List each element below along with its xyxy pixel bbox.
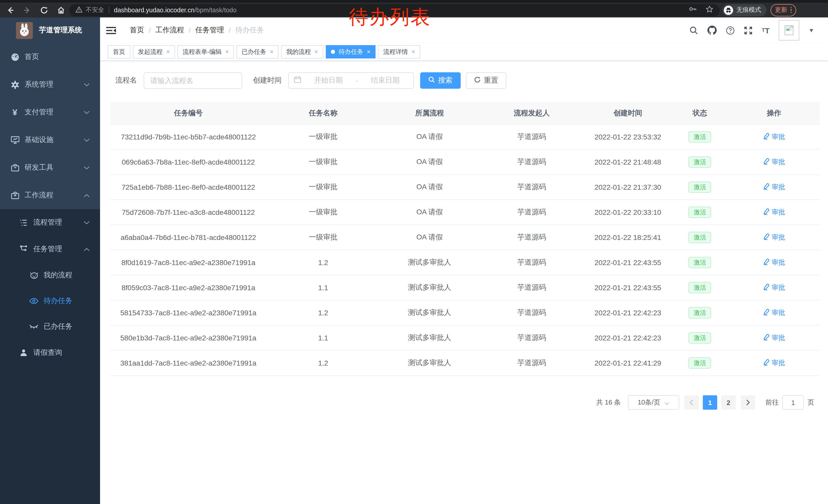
sidebar-collapse-icon[interactable] <box>104 25 118 36</box>
approve-link[interactable]: 审批 <box>763 333 785 342</box>
starter-cell: 芋道源码 <box>479 326 584 350</box>
start-date-placeholder: 开始日期 <box>305 76 351 85</box>
browser-menu-icon[interactable] <box>790 7 792 13</box>
tab-home[interactable]: 首页 <box>108 45 130 58</box>
help-icon[interactable] <box>726 26 735 35</box>
approve-link[interactable]: 审批 <box>763 233 785 242</box>
sidebar-item-label: 支付管理 <box>25 108 53 117</box>
sidebar-item-infra[interactable]: 基础设施 <box>0 126 100 154</box>
created-cell: 2022-01-21 22:41:29 <box>584 351 671 375</box>
sidebar-item-my-process[interactable]: 我的流程 <box>0 263 100 288</box>
reset-button[interactable]: 重置 <box>466 72 506 89</box>
sidebar-item-payment[interactable]: ¥ 支付管理 <box>0 98 100 126</box>
search-button[interactable]: 搜索 <box>420 72 461 89</box>
process-name-input[interactable] <box>143 72 242 89</box>
browser-back-icon[interactable] <box>6 6 14 14</box>
page-button-1[interactable]: 1 <box>703 395 717 410</box>
omnibox-divider <box>109 7 109 13</box>
approve-link[interactable]: 审批 <box>763 208 785 217</box>
sidebar-item-task-mgmt[interactable]: 任务管理 <box>0 236 100 263</box>
breadcrumb-workflow[interactable]: 工作流程 <box>156 26 184 35</box>
total-count: 共 16 条 <box>596 398 621 407</box>
starter-cell: 芋道源码 <box>479 150 584 174</box>
approve-link[interactable]: 审批 <box>763 308 785 317</box>
approve-link[interactable]: 审批 <box>763 183 785 192</box>
app-logo[interactable]: 芋道管理系统 <box>0 17 100 43</box>
edit-pen-icon <box>763 183 770 191</box>
starter-cell: 芋道源码 <box>479 200 584 225</box>
sidebar-item-label: 研发工具 <box>25 163 53 172</box>
browser-forward-icon[interactable] <box>23 6 31 14</box>
task-name-cell: 1.2 <box>266 301 380 325</box>
goto-page-input[interactable] <box>782 395 804 410</box>
tab-todo-tasks[interactable]: 待办任务× <box>326 45 376 58</box>
starter-cell: 芋道源码 <box>479 351 584 375</box>
close-icon[interactable]: × <box>315 49 318 55</box>
sidebar-item-process-mgmt[interactable]: 流程管理 <box>0 209 100 236</box>
approve-link[interactable]: 审批 <box>763 132 785 141</box>
sidebar-item-workflow[interactable]: 工作流程 <box>0 182 100 209</box>
edit-pen-icon <box>763 359 770 367</box>
browser-update-button[interactable]: 更新 <box>770 4 796 16</box>
created-cell: 2022-01-21 22:43:55 <box>584 250 671 275</box>
browser-home-icon[interactable] <box>57 6 65 14</box>
refresh-icon <box>474 77 481 85</box>
dashboard-icon <box>10 53 19 61</box>
incognito-label: 无痕模式 <box>736 6 761 14</box>
edit-pen-icon <box>763 133 770 141</box>
face-icon <box>29 272 38 279</box>
table-row: 75d72608-7b7f-11ec-a3c8-acde48001122 一级审… <box>110 200 820 225</box>
starter-cell: 芋道源码 <box>479 275 584 300</box>
approve-link[interactable]: 审批 <box>763 358 785 368</box>
sidebar-item-system[interactable]: 系统管理 <box>0 71 100 98</box>
avatar[interactable] <box>779 20 799 41</box>
breadcrumb-task-mgmt[interactable]: 任务管理 <box>196 26 224 35</box>
breadcrumb-home[interactable]: 首页 <box>130 26 144 35</box>
fullscreen-icon[interactable] <box>744 26 753 35</box>
date-range-picker[interactable]: 开始日期 - 结束日期 <box>288 72 414 89</box>
password-key-icon[interactable] <box>689 5 697 15</box>
sidebar-item-todo-tasks[interactable]: 待办任务 <box>0 288 100 314</box>
github-icon[interactable] <box>707 26 717 35</box>
sidebar-item-home[interactable]: 首页 <box>0 43 100 71</box>
sidebar-item-devtools[interactable]: 研发工具 <box>0 154 100 182</box>
approve-link[interactable]: 审批 <box>763 258 785 267</box>
created-cell: 2022-01-22 21:48:48 <box>584 150 671 174</box>
page-button-2[interactable]: 2 <box>721 395 736 410</box>
close-icon[interactable]: × <box>225 49 229 55</box>
active-dot <box>331 50 335 54</box>
app-title: 芋道管理系统 <box>39 26 82 35</box>
action-cell: 审批 <box>728 125 820 149</box>
approve-link[interactable]: 审批 <box>763 157 785 167</box>
prev-page-button[interactable] <box>685 395 699 410</box>
process-name-label: 流程名 <box>115 76 137 85</box>
close-icon[interactable]: × <box>270 49 274 55</box>
status-cell: 激活 <box>671 301 728 325</box>
end-date-placeholder: 结束日期 <box>362 76 408 85</box>
font-size-icon[interactable]: TT <box>762 27 770 34</box>
status-badge: 激活 <box>689 131 711 143</box>
tab-done-tasks[interactable]: 已办任务× <box>237 45 279 58</box>
col-task-name: 任务名称 <box>266 102 380 124</box>
tab-start-process[interactable]: 发起流程× <box>133 45 175 58</box>
page-size-select[interactable]: 10条/页 <box>628 395 679 410</box>
browser-reload-icon[interactable] <box>40 6 48 14</box>
security-label[interactable]: 不安全 <box>86 6 104 14</box>
search-icon[interactable] <box>690 26 698 35</box>
close-icon[interactable]: × <box>411 49 415 55</box>
page-content: 流程名 创建时间 开始日期 - 结束日期 搜索 重 <box>100 61 828 504</box>
close-icon[interactable]: × <box>166 49 170 55</box>
avatar-caret-icon[interactable]: ▼ <box>809 27 814 33</box>
task-name-cell: 一级审批 <box>266 150 380 174</box>
sidebar-item-done-tasks[interactable]: 已办任务 <box>0 314 100 339</box>
eye-closed-icon <box>29 324 38 329</box>
red-annotation: 待办列表 <box>349 4 431 30</box>
next-page-button[interactable] <box>741 395 755 410</box>
approve-link[interactable]: 审批 <box>763 283 785 292</box>
sidebar-item-leave-query[interactable]: 请假查询 <box>0 339 100 366</box>
close-icon[interactable]: × <box>367 49 370 55</box>
tab-process-detail[interactable]: 流程详情× <box>378 45 420 58</box>
bookmark-star-icon[interactable] <box>705 5 714 15</box>
tab-form-edit[interactable]: 流程表单-编辑× <box>177 45 234 58</box>
tab-my-process[interactable]: 我的流程× <box>281 45 323 58</box>
